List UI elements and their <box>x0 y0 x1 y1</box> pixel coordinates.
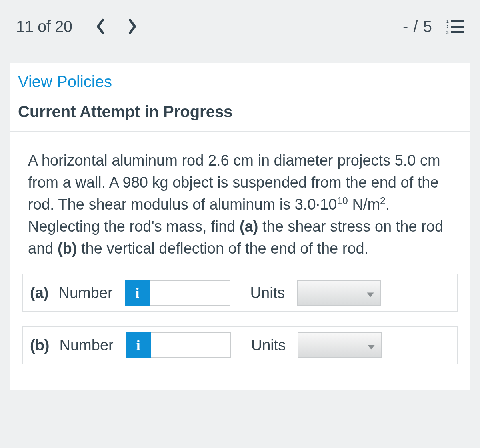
units-select-a[interactable] <box>297 280 381 306</box>
number-label: Number <box>60 337 114 354</box>
answers-container: (a) Number i Units (b) Number i Units <box>10 274 470 364</box>
answer-row-b: (b) Number i Units <box>22 326 458 364</box>
units-label: Units <box>250 284 285 302</box>
prev-button[interactable] <box>92 16 108 37</box>
question-header: 11 of 20 - / 5 1 2 3 <box>0 0 480 53</box>
list-icon: 1 2 3 <box>446 19 464 34</box>
chevron-right-icon <box>127 18 138 34</box>
number-input-a[interactable] <box>150 280 230 306</box>
svg-text:2: 2 <box>446 25 449 29</box>
part-label: (a) <box>30 284 48 302</box>
info-icon: i <box>136 337 140 354</box>
number-input-b[interactable] <box>151 332 231 358</box>
svg-text:1: 1 <box>446 19 449 24</box>
question-fragment: N/m <box>348 196 380 213</box>
question-part-label: (a) <box>240 218 258 235</box>
next-button[interactable] <box>124 16 140 37</box>
svg-rect-5 <box>451 31 464 33</box>
question-text: A horizontal aluminum rod 2.6 cm in diam… <box>10 132 470 274</box>
caret-down-icon <box>366 284 374 302</box>
question-list-button[interactable]: 1 2 3 <box>446 19 464 34</box>
view-policies-link[interactable]: View Policies <box>10 73 470 103</box>
svg-marker-7 <box>368 345 375 350</box>
caret-down-icon <box>367 337 375 354</box>
info-icon: i <box>136 284 140 301</box>
attempt-status: Current Attempt in Progress <box>10 103 470 132</box>
question-counter: 11 of 20 <box>16 18 72 36</box>
chevron-left-icon <box>95 18 106 34</box>
units-label: Units <box>251 337 286 354</box>
number-label: Number <box>58 284 112 302</box>
svg-text:3: 3 <box>446 30 449 34</box>
info-button[interactable]: i <box>126 332 151 358</box>
question-panel: View Policies Current Attempt in Progres… <box>10 63 470 390</box>
svg-marker-6 <box>367 293 374 297</box>
score-display: - / 5 <box>403 18 432 36</box>
svg-rect-3 <box>451 26 464 28</box>
answer-row-a: (a) Number i Units <box>22 274 458 312</box>
part-label: (b) <box>30 337 50 354</box>
svg-rect-1 <box>451 20 464 22</box>
question-part-label: (b) <box>58 240 77 257</box>
info-button[interactable]: i <box>125 280 150 306</box>
question-superscript: 2 <box>380 196 386 206</box>
question-fragment: the vertical deflection of the end of th… <box>77 240 369 257</box>
question-superscript: 10 <box>337 196 348 206</box>
units-select-b[interactable] <box>298 332 382 358</box>
